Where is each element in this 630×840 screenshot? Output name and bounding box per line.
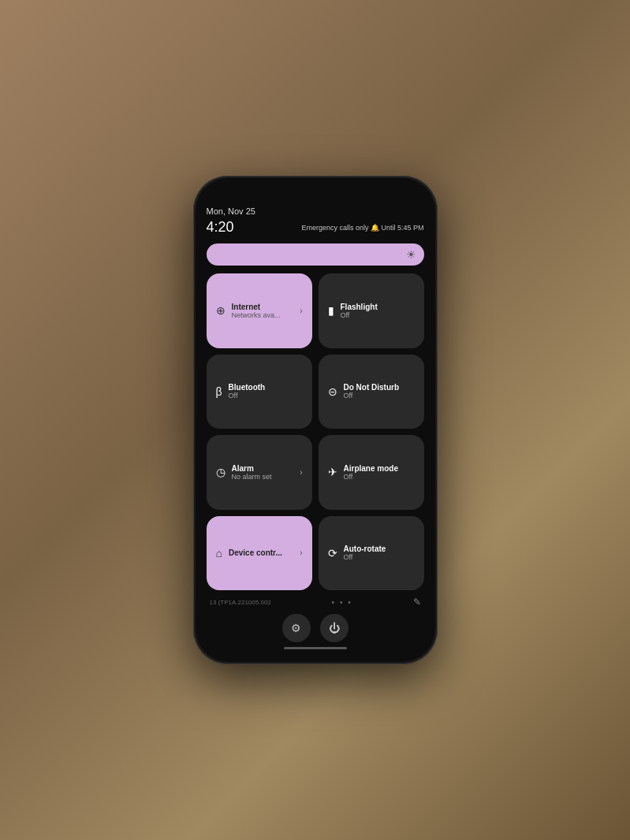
tile-do-not-disturb[interactable]: ⊝ Do Not Disturb Off: [319, 355, 424, 429]
phone-screen: Mon, Nov 25 4:20 Emergency calls only 🔔 …: [196, 178, 435, 662]
internet-icon: ⊕: [216, 304, 226, 317]
flashlight-subtitle: Off: [341, 311, 415, 319]
power-icon: ⏻: [329, 622, 340, 634]
settings-button[interactable]: ⚙: [282, 614, 311, 642]
device-controls-arrow: ›: [300, 548, 302, 557]
bluetooth-subtitle: Off: [229, 392, 303, 400]
tile-internet[interactable]: ⊕ Internet Networks ava... ›: [207, 273, 312, 348]
date-label: Mon, Nov 25: [207, 206, 255, 216]
status-text: Emergency calls only 🔔 Until 5:45 PM: [301, 224, 423, 232]
flashlight-icon: ▮: [328, 304, 334, 317]
home-indicator[interactable]: [284, 647, 347, 649]
tile-flashlight[interactable]: ▮ Flashlight Off: [319, 273, 424, 348]
tile-device-controls[interactable]: ⌂ Device contr... ›: [207, 516, 312, 591]
brightness-slider[interactable]: ☀: [207, 243, 424, 266]
do-not-disturb-icon: ⊝: [328, 385, 337, 398]
tile-airplane-mode[interactable]: ✈ Airplane mode Off: [319, 435, 424, 510]
bottom-bar: 13 (TP1A.221005.002 • • • ✎: [207, 597, 424, 608]
brightness-icon: ☀: [406, 248, 416, 261]
auto-rotate-title: Auto-rotate: [344, 545, 415, 553]
do-not-disturb-title: Do Not Disturb: [344, 383, 415, 392]
tile-auto-rotate[interactable]: ⟳ Auto-rotate Off: [319, 516, 424, 591]
version-text: 13 (TP1A.221005.002: [210, 599, 271, 606]
power-button[interactable]: ⏻: [320, 614, 349, 642]
airplane-mode-icon: ✈: [328, 466, 337, 478]
bottom-actions: ⚙ ⏻: [207, 614, 424, 642]
pagination-dots: • • •: [332, 598, 352, 607]
alarm-arrow: ›: [300, 468, 302, 477]
screen-content: Mon, Nov 25 4:20 Emergency calls only 🔔 …: [196, 178, 435, 662]
tile-bluetooth[interactable]: β Bluetooth Off: [207, 355, 312, 429]
auto-rotate-subtitle: Off: [344, 553, 415, 561]
bluetooth-icon: β: [216, 385, 222, 398]
device-controls-icon: ⌂: [216, 547, 222, 559]
airplane-mode-title: Airplane mode: [344, 464, 415, 473]
alarm-title: Alarm: [232, 464, 294, 473]
internet-arrow: ›: [300, 307, 302, 315]
internet-subtitle: Networks ava...: [232, 311, 294, 319]
quick-settings-grid: ⊕ Internet Networks ava... › ▮ Flashligh…: [207, 273, 424, 590]
notch: [284, 184, 347, 195]
edit-icon[interactable]: ✎: [413, 597, 421, 608]
auto-rotate-icon: ⟳: [328, 547, 337, 559]
status-bar: 4:20 Emergency calls only 🔔 Until 5:45 P…: [207, 219, 424, 236]
settings-icon: ⚙: [291, 622, 301, 634]
airplane-mode-subtitle: Off: [344, 473, 415, 481]
clock: 4:20: [207, 219, 234, 236]
device-controls-title: Device contr...: [229, 548, 293, 557]
alarm-subtitle: No alarm set: [232, 473, 294, 481]
date-row: Mon, Nov 25: [207, 206, 424, 216]
phone-frame: Mon, Nov 25 4:20 Emergency calls only 🔔 …: [193, 176, 438, 664]
tile-alarm[interactable]: ◷ Alarm No alarm set ›: [207, 435, 312, 510]
do-not-disturb-subtitle: Off: [344, 392, 415, 400]
internet-title: Internet: [232, 303, 294, 311]
alarm-icon: ◷: [216, 466, 226, 478]
bluetooth-title: Bluetooth: [229, 383, 303, 392]
flashlight-title: Flashlight: [341, 303, 415, 311]
